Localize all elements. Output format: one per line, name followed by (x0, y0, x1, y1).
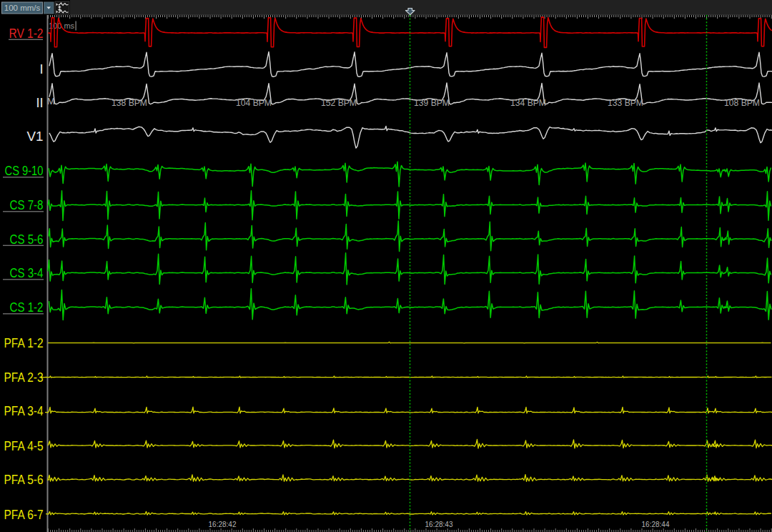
svg-text:PFA 1-2: PFA 1-2 (4, 336, 44, 350)
svg-text:CS 1-2: CS 1-2 (10, 300, 44, 315)
svg-text:104 BPM: 104 BPM (236, 97, 272, 108)
svg-text:CS 9-10: CS 9-10 (5, 164, 44, 178)
svg-text:RV 1-2: RV 1-2 (9, 26, 44, 41)
svg-text:M: M (47, 96, 55, 107)
svg-text:I: I (39, 62, 43, 77)
svg-text:16:28:44: 16:28:44 (642, 521, 670, 528)
svg-text:133 BPM: 133 BPM (608, 97, 643, 108)
svg-text:PFA 6-7: PFA 6-7 (4, 508, 44, 522)
svg-text:108 BPM: 108 BPM (724, 97, 760, 108)
svg-text:PFA 5-6: PFA 5-6 (4, 473, 44, 487)
svg-text:16:28:43: 16:28:43 (425, 521, 453, 528)
svg-text:V1: V1 (27, 129, 44, 144)
svg-text:100 mm/s: 100 mm/s (4, 4, 41, 12)
svg-text:16:28:42: 16:28:42 (209, 521, 237, 528)
svg-text:II: II (36, 96, 43, 110)
svg-text:152 BPM: 152 BPM (321, 97, 357, 108)
svg-text:CS 3-4: CS 3-4 (10, 266, 44, 280)
svg-text:PFA 4-5: PFA 4-5 (4, 439, 44, 453)
svg-text:CS 5-6: CS 5-6 (10, 232, 44, 247)
svg-text:PFA 3-4: PFA 3-4 (4, 404, 44, 418)
svg-text:PFA 2-3: PFA 2-3 (4, 370, 44, 385)
svg-text:138 BPM: 138 BPM (112, 97, 147, 108)
svg-text:CS 7-8: CS 7-8 (10, 198, 44, 212)
svg-text:139 BPM: 139 BPM (414, 97, 450, 108)
svg-text:134 BPM: 134 BPM (510, 97, 546, 108)
